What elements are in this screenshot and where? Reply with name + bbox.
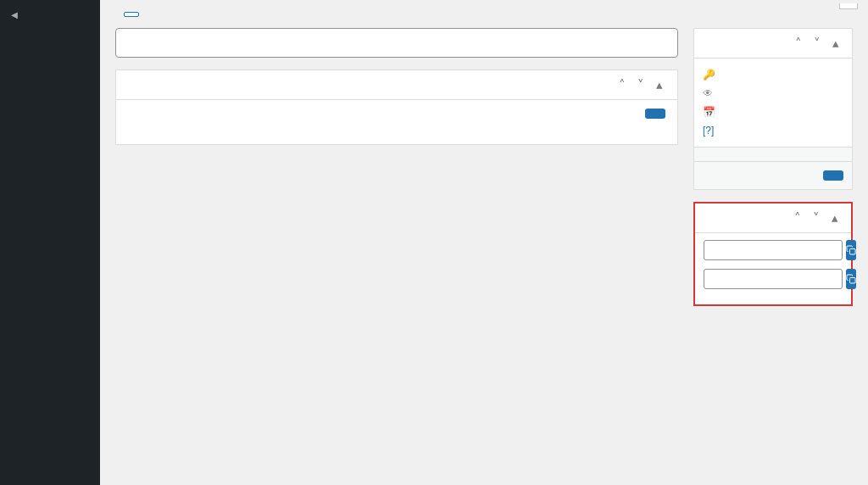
shortcode-album-input[interactable]: [704, 240, 843, 260]
add-new-button[interactable]: [124, 12, 139, 17]
shortcode-box: ˄ ˅ ▴: [693, 202, 853, 306]
calendar-icon: 📅: [703, 106, 716, 118]
panel-up-icon[interactable]: ˄: [791, 36, 806, 51]
collapse-icon: ◄: [7, 7, 22, 22]
panel-up-icon[interactable]: ˄: [615, 77, 630, 92]
key-icon: 🔑: [703, 69, 716, 81]
collapse-menu[interactable]: ◄: [0, 0, 100, 29]
select-galleries-button[interactable]: [645, 109, 665, 119]
publish-box: ˄ ˅ ▴ 🔑 👁: [693, 28, 853, 190]
shortcode-download-input[interactable]: [704, 269, 843, 289]
keyboard-hint: [694, 147, 852, 161]
svg-rect-1: [850, 278, 856, 284]
copy-shortcode-button[interactable]: [846, 240, 856, 260]
panel-toggle-icon[interactable]: ▴: [828, 36, 843, 51]
galleries-panel: ˄ ˅ ▴: [115, 70, 678, 145]
eye-icon: 👁: [703, 87, 716, 99]
screen-options-toggle[interactable]: [839, 3, 858, 9]
admin-sidebar: ◄: [0, 0, 100, 485]
panel-toggle-icon[interactable]: ▴: [827, 210, 843, 226]
svg-rect-0: [850, 249, 856, 255]
help-icon: [?]: [703, 125, 716, 137]
panel-up-icon[interactable]: ˄: [790, 210, 805, 226]
item-title-input[interactable]: [115, 28, 678, 58]
main-content: ˄ ˅ ▴: [100, 0, 868, 485]
panel-toggle-icon[interactable]: ▴: [652, 77, 667, 92]
panel-down-icon[interactable]: ˅: [809, 210, 824, 226]
panel-down-icon[interactable]: ˅: [633, 77, 648, 92]
panel-down-icon[interactable]: ˅: [810, 36, 825, 51]
update-album-button[interactable]: [823, 170, 843, 181]
copy-shortcode-button[interactable]: [846, 269, 856, 289]
